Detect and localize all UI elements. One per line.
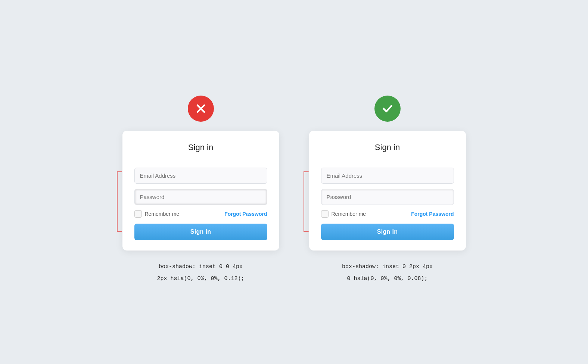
- x-icon: [194, 102, 208, 115]
- bad-panel: Sign in Remember me Forgot Password Sign…: [122, 96, 279, 283]
- bad-card-title: Sign in: [134, 143, 267, 152]
- good-bracket-svg: [301, 168, 309, 243]
- bad-forgot-link[interactable]: Forgot Password: [224, 211, 267, 217]
- check-icon: [381, 102, 394, 115]
- good-code-line2: 0 hsla(0, 0%, 0%, 0.08);: [342, 274, 433, 283]
- good-code-line1: box-shadow: inset 0 2px 4px: [342, 262, 433, 271]
- bad-card: Sign in Remember me Forgot Password Sign…: [122, 131, 279, 251]
- good-panel: Sign in Remember me Forgot Password Sign…: [309, 96, 466, 283]
- bad-checkbox[interactable]: [134, 210, 142, 218]
- bad-remember-label[interactable]: Remember me: [134, 210, 180, 218]
- bad-code-line2: 2px hsla(0, 0%, 0%, 0.12);: [157, 274, 244, 283]
- good-email-group: [321, 168, 454, 184]
- good-signin-button[interactable]: Sign in: [321, 224, 454, 240]
- bad-code-line1: box-shadow: inset 0 0 4px: [157, 262, 244, 271]
- good-password-input[interactable]: [321, 189, 454, 205]
- good-options-row: Remember me Forgot Password: [321, 210, 454, 218]
- comparison-container: Sign in Remember me Forgot Password Sign…: [122, 81, 466, 283]
- bad-bracket-svg: [114, 168, 122, 243]
- good-forgot-link[interactable]: Forgot Password: [411, 211, 454, 217]
- good-card: Sign in Remember me Forgot Password Sign…: [309, 131, 466, 251]
- good-password-group: [321, 189, 454, 205]
- good-checkbox[interactable]: [321, 210, 329, 218]
- bad-options-row: Remember me Forgot Password: [134, 210, 267, 218]
- bad-email-input[interactable]: [134, 168, 267, 184]
- bad-code-annotation: box-shadow: inset 0 0 4px 2px hsla(0, 0%…: [157, 259, 244, 283]
- bad-divider: [134, 160, 267, 160]
- error-badge: [188, 96, 214, 122]
- good-code-annotation: box-shadow: inset 0 2px 4px 0 hsla(0, 0%…: [342, 259, 433, 283]
- bad-password-input[interactable]: [134, 189, 267, 205]
- good-remember-label[interactable]: Remember me: [321, 210, 366, 218]
- good-email-input[interactable]: [321, 168, 454, 184]
- bad-signin-button[interactable]: Sign in: [134, 224, 267, 240]
- good-card-title: Sign in: [321, 143, 454, 152]
- bad-email-group: [134, 168, 267, 184]
- bad-password-group: [134, 189, 267, 205]
- good-divider: [321, 160, 454, 160]
- success-badge: [374, 96, 401, 122]
